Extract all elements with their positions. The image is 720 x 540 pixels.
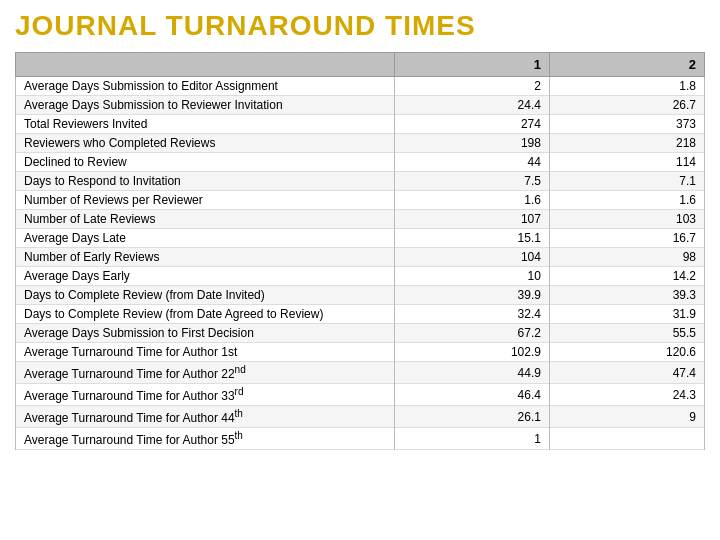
row-label: Average Days Early	[16, 267, 395, 286]
row-label: Number of Early Reviews	[16, 248, 395, 267]
row-col2: 39.3	[549, 286, 704, 305]
col-1-header: 1	[394, 53, 549, 77]
row-col2: 1.6	[549, 191, 704, 210]
row-label: Average Days Submission to First Decisio…	[16, 324, 395, 343]
row-col2: 47.4	[549, 362, 704, 384]
table-row: Average Turnaround Time for Author 1st10…	[16, 343, 705, 362]
row-label: Days to Complete Review (from Date Invit…	[16, 286, 395, 305]
row-label: Average Turnaround Time for Author 1st	[16, 343, 395, 362]
row-col1: 26.1	[394, 406, 549, 428]
row-col1: 274	[394, 115, 549, 134]
row-col1: 44.9	[394, 362, 549, 384]
row-col1: 198	[394, 134, 549, 153]
data-table: 1 2 Average Days Submission to Editor As…	[15, 52, 705, 450]
row-label: Reviewers who Completed Reviews	[16, 134, 395, 153]
row-col2: 7.1	[549, 172, 704, 191]
row-label: Days to Respond to Invitation	[16, 172, 395, 191]
page: JOURNAL TURNAROUND TIMES 1 2 Average Day…	[0, 0, 720, 540]
row-label: Average Days Submission to Editor Assign…	[16, 77, 395, 96]
row-label: Declined to Review	[16, 153, 395, 172]
row-col1: 15.1	[394, 229, 549, 248]
row-label: Total Reviewers Invited	[16, 115, 395, 134]
row-col1: 107	[394, 210, 549, 229]
row-label: Days to Complete Review (from Date Agree…	[16, 305, 395, 324]
row-col2: 31.9	[549, 305, 704, 324]
row-label: Average Turnaround Time for Author 22nd	[16, 362, 395, 384]
row-label: Average Turnaround Time for Author 33rd	[16, 384, 395, 406]
table-row: Average Days Late15.116.7	[16, 229, 705, 248]
row-col1: 67.2	[394, 324, 549, 343]
row-col2: 120.6	[549, 343, 704, 362]
table-row: Days to Complete Review (from Date Invit…	[16, 286, 705, 305]
row-col2: 24.3	[549, 384, 704, 406]
row-col1: 32.4	[394, 305, 549, 324]
table-row: Average Days Submission to Reviewer Invi…	[16, 96, 705, 115]
table-row: Number of Late Reviews107103	[16, 210, 705, 229]
col-label-header	[16, 53, 395, 77]
row-label: Average Days Submission to Reviewer Invi…	[16, 96, 395, 115]
table-header-row: 1 2	[16, 53, 705, 77]
row-label: Number of Reviews per Reviewer	[16, 191, 395, 210]
table-row: Declined to Review44114	[16, 153, 705, 172]
row-col1: 104	[394, 248, 549, 267]
table-row: Average Days Early1014.2	[16, 267, 705, 286]
row-label: Average Days Late	[16, 229, 395, 248]
row-col2: 14.2	[549, 267, 704, 286]
table-row: Average Days Submission to First Decisio…	[16, 324, 705, 343]
row-label: Average Turnaround Time for Author 55th	[16, 428, 395, 450]
row-col2: 16.7	[549, 229, 704, 248]
row-col2: 26.7	[549, 96, 704, 115]
row-col1: 2	[394, 77, 549, 96]
table-row: Days to Complete Review (from Date Agree…	[16, 305, 705, 324]
table-row: Average Turnaround Time for Author 33rd4…	[16, 384, 705, 406]
row-col1: 1	[394, 428, 549, 450]
table-row: Average Days Submission to Editor Assign…	[16, 77, 705, 96]
row-col2: 114	[549, 153, 704, 172]
table-row: Average Turnaround Time for Author 55th1	[16, 428, 705, 450]
row-col2: 1.8	[549, 77, 704, 96]
table-row: Number of Early Reviews10498	[16, 248, 705, 267]
row-col2: 98	[549, 248, 704, 267]
row-col1: 39.9	[394, 286, 549, 305]
row-col2: 9	[549, 406, 704, 428]
row-col1: 24.4	[394, 96, 549, 115]
row-col1: 46.4	[394, 384, 549, 406]
table-row: Average Turnaround Time for Author 44th2…	[16, 406, 705, 428]
row-col1: 1.6	[394, 191, 549, 210]
row-label: Number of Late Reviews	[16, 210, 395, 229]
table-row: Average Turnaround Time for Author 22nd4…	[16, 362, 705, 384]
row-col2: 218	[549, 134, 704, 153]
row-col2: 55.5	[549, 324, 704, 343]
row-col2	[549, 428, 704, 450]
row-col2: 103	[549, 210, 704, 229]
row-label: Average Turnaround Time for Author 44th	[16, 406, 395, 428]
row-col1: 7.5	[394, 172, 549, 191]
row-col1: 10	[394, 267, 549, 286]
page-title: JOURNAL TURNAROUND TIMES	[15, 10, 705, 42]
row-col2: 373	[549, 115, 704, 134]
table-row: Number of Reviews per Reviewer1.61.6	[16, 191, 705, 210]
table-row: Days to Respond to Invitation7.57.1	[16, 172, 705, 191]
col-2-header: 2	[549, 53, 704, 77]
row-col1: 44	[394, 153, 549, 172]
table-row: Reviewers who Completed Reviews198218	[16, 134, 705, 153]
row-col1: 102.9	[394, 343, 549, 362]
table-row: Total Reviewers Invited274373	[16, 115, 705, 134]
